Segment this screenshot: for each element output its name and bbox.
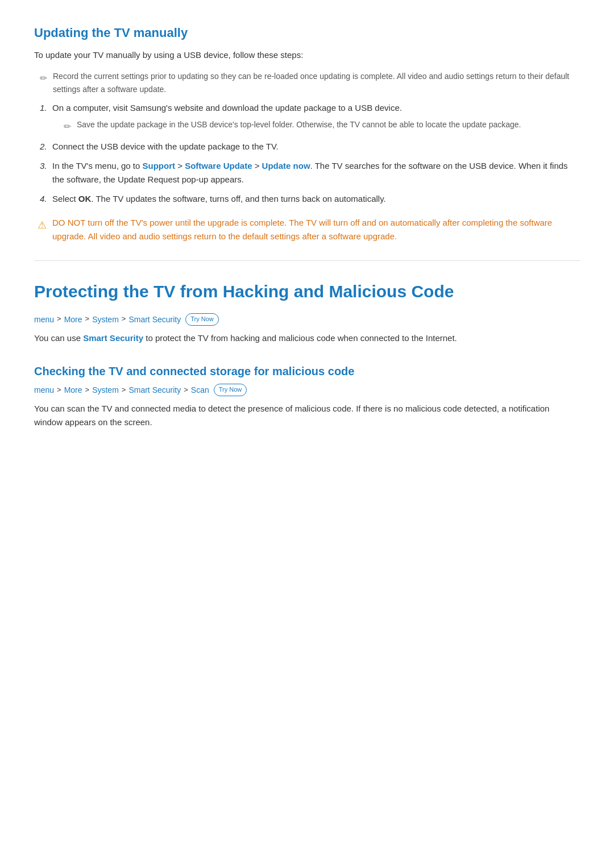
try-now-badge[interactable]: Try Now xyxy=(185,313,219,326)
checking-breadcrumb-scan[interactable]: Scan xyxy=(191,384,209,396)
step2-content: Connect the USB device with the update p… xyxy=(52,140,580,153)
updating-warning: ⚠ DO NOT turn off the TV's power until t… xyxy=(38,216,580,243)
step3-sep1: > xyxy=(175,161,185,171)
checking-title: Checking the TV and connected storage fo… xyxy=(34,362,580,380)
checking-breadcrumb-smart-security[interactable]: Smart Security xyxy=(128,384,181,396)
step4-text-before: Select xyxy=(52,194,78,203)
breadcrumb-system[interactable]: System xyxy=(92,313,119,326)
pencil-icon-step1: ✏ xyxy=(64,119,71,134)
step1-subnote-text: Save the update package in the USB devic… xyxy=(77,118,521,131)
updating-intro: To update your TV manually by using a US… xyxy=(34,48,580,62)
checking-body: You can scan the TV and connected media … xyxy=(34,402,580,429)
step2-num: 2. xyxy=(40,140,52,153)
pencil-icon: ✏ xyxy=(40,71,47,86)
checking-sep4: > xyxy=(184,384,188,396)
protecting-section: Protecting the TV from Hacking and Malic… xyxy=(34,278,580,345)
step1-text: On a computer, visit Samsung's website a… xyxy=(52,103,402,113)
checking-try-now-badge[interactable]: Try Now xyxy=(214,384,247,396)
protecting-smart-security-link[interactable]: Smart Security xyxy=(83,333,143,343)
breadcrumb-sep2: > xyxy=(85,313,90,325)
protecting-breadcrumb: menu > More > System > Smart Security Tr… xyxy=(34,313,580,326)
checking-breadcrumb-more[interactable]: More xyxy=(64,384,82,396)
updating-step1: 1. On a computer, visit Samsung's websit… xyxy=(40,101,580,134)
protecting-body: You can use Smart Security to protect th… xyxy=(34,331,580,345)
updating-note1: ✏ Record the current settings prior to u… xyxy=(40,70,580,95)
step4-content: Select OK. The TV updates the software, … xyxy=(52,192,580,206)
step3-link-update-now[interactable]: Update now xyxy=(262,161,310,171)
breadcrumb-sep1: > xyxy=(57,313,61,325)
step1-content: On a computer, visit Samsung's website a… xyxy=(52,101,580,134)
checking-sep3: > xyxy=(122,384,126,396)
step3-sep2: > xyxy=(252,161,262,171)
checking-breadcrumb: menu > More > System > Smart Security > … xyxy=(34,384,580,396)
step3-link-support[interactable]: Support xyxy=(143,161,176,171)
step3-text-before: In the TV's menu, go to xyxy=(52,161,143,171)
updating-title: Updating the TV manually xyxy=(34,23,580,43)
updating-section: Updating the TV manually To update your … xyxy=(34,23,580,243)
checking-sep1: > xyxy=(57,384,61,396)
protecting-title: Protecting the TV from Hacking and Malic… xyxy=(34,278,580,305)
step3-link-software-update[interactable]: Software Update xyxy=(185,161,252,171)
checking-breadcrumb-menu[interactable]: menu xyxy=(34,384,54,396)
step3-num: 3. xyxy=(40,159,52,173)
step3-content: In the TV's menu, go to Support > Softwa… xyxy=(52,159,580,186)
updating-step2: 2. Connect the USB device with the updat… xyxy=(40,140,580,153)
checking-breadcrumb-system[interactable]: System xyxy=(92,384,119,396)
step2-text: Connect the USB device with the update p… xyxy=(52,142,279,151)
step4-num: 4. xyxy=(40,192,52,206)
breadcrumb-sep3: > xyxy=(122,313,126,325)
breadcrumb-more[interactable]: More xyxy=(64,313,82,326)
step1-num: 1. xyxy=(40,101,52,115)
updating-step4: 4. Select OK. The TV updates the softwar… xyxy=(40,192,580,206)
updating-note1-text: Record the current settings prior to upd… xyxy=(53,70,580,95)
step1-subnote: ✏ Save the update package in the USB dev… xyxy=(64,118,580,134)
warning-icon: ⚠ xyxy=(38,217,47,234)
updating-step3: 3. In the TV's menu, go to Support > Sof… xyxy=(40,159,580,186)
updating-steps-list: 1. On a computer, visit Samsung's websit… xyxy=(40,101,580,206)
breadcrumb-smart-security[interactable]: Smart Security xyxy=(128,313,181,326)
checking-section: Checking the TV and connected storage fo… xyxy=(34,362,580,429)
step4-ok: OK xyxy=(78,194,92,203)
checking-sep2: > xyxy=(85,384,90,396)
step4-text-after: . The TV updates the software, turns off… xyxy=(91,194,385,203)
section-divider xyxy=(34,260,580,261)
breadcrumb-menu[interactable]: menu xyxy=(34,313,54,326)
warning-text: DO NOT turn off the TV's power until the… xyxy=(52,216,580,243)
